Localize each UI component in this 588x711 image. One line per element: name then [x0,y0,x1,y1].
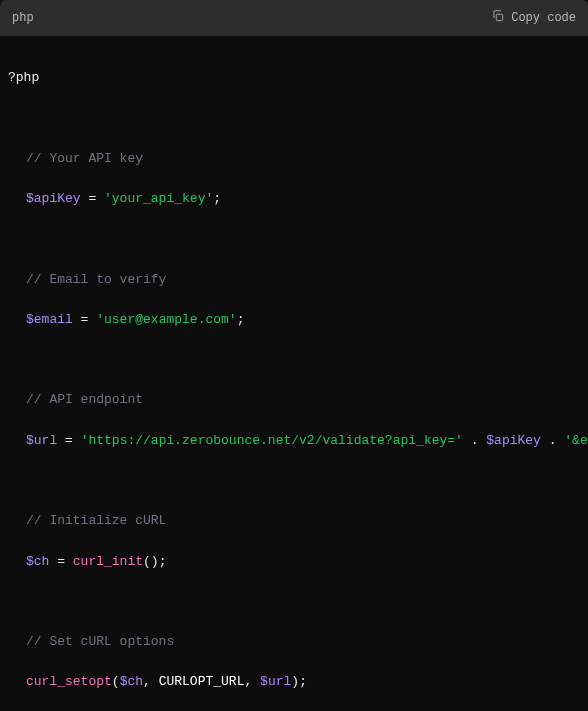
string: '&email=' [564,433,588,448]
punct: ; [159,554,167,569]
var: $apiKey [26,191,81,206]
punct: ; [213,191,221,206]
func: curl_init [73,554,143,569]
comment: // Email to verify [26,272,166,287]
copy-icon [491,9,505,27]
func: curl_setopt [26,674,112,689]
var: $url [260,674,291,689]
punct: , [143,674,159,689]
punct: ( [112,674,120,689]
php-open-tag: ?php [8,70,39,85]
punct: , [244,674,260,689]
string: 'your_api_key' [104,191,213,206]
comment: // API endpoint [26,392,143,407]
var: $url [26,433,57,448]
var: $email [26,312,73,327]
op: . [463,433,486,448]
var: $apiKey [486,433,541,448]
var: $ch [26,554,49,569]
language-label: php [12,11,34,25]
var: $ch [120,674,143,689]
copy-code-button[interactable]: Copy code [491,9,576,27]
svg-rect-0 [496,14,502,20]
code-block: ?php // Your API key $apiKey = 'your_api… [0,36,588,711]
string: 'user@example.com' [96,312,236,327]
op: = [49,554,72,569]
op: = [57,433,80,448]
const: CURLOPT_URL [159,674,245,689]
punct: ; [299,674,307,689]
copy-code-label: Copy code [511,11,576,25]
op: . [541,433,564,448]
comment: // Your API key [26,151,143,166]
punct: ( [143,554,151,569]
code-header: php Copy code [0,0,588,36]
punct: ) [151,554,159,569]
string: 'https://api.zerobounce.net/v2/validate?… [81,433,463,448]
punct: ) [291,674,299,689]
op: = [81,191,104,206]
op: = [73,312,96,327]
comment: // Set cURL options [26,634,174,649]
comment: // Initialize cURL [26,513,166,528]
punct: ; [237,312,245,327]
